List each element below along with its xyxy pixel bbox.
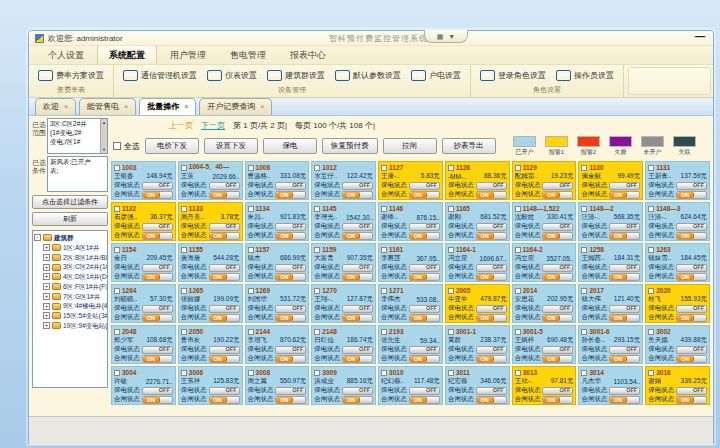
- meter-card[interactable]: 1133 周丹美.. 3.78元 保电状态 OFF 合闸状态 ON: [178, 202, 243, 241]
- hezha-toggle[interactable]: ON: [409, 314, 440, 322]
- menu-tab[interactable]: 报表中心: [279, 46, 337, 64]
- expand-icon[interactable]: +: [43, 293, 50, 300]
- card-checkbox[interactable]: [248, 370, 254, 376]
- card-checkbox[interactable]: [381, 206, 387, 212]
- card-checkbox[interactable]: [314, 288, 320, 294]
- baodian-toggle[interactable]: OFF: [476, 305, 507, 313]
- ribbon-button[interactable]: 登录角色设置: [475, 68, 551, 83]
- card-checkbox[interactable]: [448, 370, 454, 376]
- hezha-toggle[interactable]: ON: [542, 232, 573, 240]
- meter-card[interactable]: 3008 周之翼 550.97元 保电状态 OFF 合闸状态 ON: [245, 366, 310, 405]
- meter-card[interactable]: 3004 许敏 2276.71.. 保电状态 OFF 合闸状态 ON: [111, 366, 176, 405]
- selected-range-listbox[interactable]: ▲▼ 3区:C区2#井(1#变电;2#变电;/区1#: [47, 118, 108, 154]
- card-checkbox[interactable]: [648, 370, 654, 376]
- meter-card[interactable]: 2020 桂飞 155.93元 保电状态 OFF 合闸状态 ON: [645, 284, 710, 323]
- baodian-toggle[interactable]: OFF: [142, 346, 173, 354]
- menu-tab[interactable]: 个人设置: [37, 46, 95, 64]
- card-checkbox[interactable]: [248, 247, 254, 253]
- card-checkbox[interactable]: [181, 288, 187, 294]
- hezha-toggle[interactable]: ON: [676, 273, 707, 281]
- meter-card[interactable]: 1003 王银春 148.94元 保电状态 OFF 合闸状态 ON: [111, 161, 176, 200]
- baodian-toggle[interactable]: OFF: [476, 346, 507, 354]
- card-checkbox[interactable]: [581, 206, 587, 212]
- collapse-icon[interactable]: -: [34, 234, 41, 241]
- card-checkbox[interactable]: [114, 370, 120, 376]
- meter-card[interactable]: 1148—1,522 沈毅姓 330.41元 保电状态 OFF 合闸状态 ON: [512, 202, 577, 241]
- card-checkbox[interactable]: [181, 206, 187, 212]
- hezha-toggle[interactable]: ON: [609, 273, 640, 281]
- card-checkbox[interactable]: [114, 247, 120, 253]
- meter-card[interactable]: 1130 佩金献 99.49元 保电状态 OFF 合闸状态 ON: [578, 161, 643, 200]
- hezha-toggle[interactable]: ON: [609, 314, 640, 322]
- hezha-toggle[interactable]: ON: [609, 355, 640, 363]
- card-checkbox[interactable]: [314, 329, 320, 335]
- card-checkbox[interactable]: [181, 165, 187, 171]
- hezha-toggle[interactable]: ON: [142, 355, 173, 363]
- hezha-toggle[interactable]: ON: [409, 396, 440, 404]
- hezha-toggle[interactable]: ON: [609, 232, 640, 240]
- baodian-toggle[interactable]: OFF: [542, 223, 573, 231]
- ribbon-button[interactable]: 建筑群设置: [262, 68, 330, 83]
- hezha-toggle[interactable]: ON: [476, 314, 507, 322]
- meter-card[interactable]: 3011 纪宏薇 346.06元 保电状态 OFF 合闸状态 ON: [445, 366, 510, 405]
- meter-card[interactable]: 1127 王康-.. 5.83元 保电状态 OFF 合闸状态 ON: [378, 161, 443, 200]
- meter-card[interactable]: 1269 刘国华 531.72元 保电状态 OFF 合闸状态 ON: [245, 284, 310, 323]
- baodian-toggle[interactable]: OFF: [142, 387, 173, 395]
- hezha-toggle[interactable]: ON: [142, 273, 173, 281]
- hezha-toggle[interactable]: ON: [476, 355, 507, 363]
- card-checkbox[interactable]: [448, 247, 454, 253]
- close-icon[interactable]: ×: [260, 103, 264, 110]
- meter-card[interactable]: 3010 纪幻薇.. 117.48元 保电状态 OFF 合闸状态 ON: [378, 366, 443, 405]
- baodian-toggle[interactable]: OFF: [676, 346, 707, 354]
- ribbon-button[interactable]: 操作员设置: [551, 68, 619, 83]
- meter-card[interactable]: 1145 李理光.. 1542.30.. 保电状态 OFF 合闸状态 ON: [311, 202, 376, 241]
- baodian-toggle[interactable]: OFF: [275, 305, 306, 313]
- meter-card[interactable]: 1159 大富贵 907.35元 保电状态 OFF 合闸状态 ON: [311, 243, 376, 282]
- baodian-toggle[interactable]: OFF: [609, 223, 640, 231]
- baodian-toggle[interactable]: OFF: [409, 346, 440, 354]
- meter-card[interactable]: 1131 王新青.. 137.59元 保电状态 OFF 合闸状态 ON: [645, 161, 710, 200]
- meter-card[interactable]: 3016 谢娟 339.25元 保电状态 OFF 合闸状态 ON: [645, 366, 710, 405]
- expand-icon[interactable]: +: [43, 254, 50, 261]
- hezha-toggle[interactable]: ON: [342, 355, 373, 363]
- menu-tab[interactable]: 系统配置: [97, 45, 157, 64]
- card-checkbox[interactable]: [181, 370, 187, 376]
- hezha-toggle[interactable]: ON: [476, 191, 507, 199]
- hezha-toggle[interactable]: ON: [542, 191, 573, 199]
- tree-node[interactable]: + 19区:9#变电站(2: [34, 321, 106, 331]
- card-checkbox[interactable]: [515, 247, 521, 253]
- meter-card[interactable]: 1008 曹温格.. 331.08元 保电状态 OFF 合闸状态 ON: [245, 161, 310, 200]
- baodian-toggle[interactable]: OFF: [209, 264, 240, 272]
- baodian-toggle[interactable]: OFF: [609, 305, 640, 313]
- baodian-toggle[interactable]: OFF: [542, 387, 573, 395]
- hezha-toggle[interactable]: ON: [209, 232, 240, 240]
- toolbar-button[interactable]: 拉闸: [383, 138, 437, 154]
- baodian-toggle[interactable]: OFF: [142, 223, 173, 231]
- hezha-toggle[interactable]: ON: [342, 273, 373, 281]
- baodian-toggle[interactable]: OFF: [476, 223, 507, 231]
- meter-card[interactable]: 2048 郑少军 108.68元 保电状态 OFF 合闸状态 ON: [111, 325, 176, 364]
- hezha-toggle[interactable]: ON: [409, 273, 440, 281]
- card-checkbox[interactable]: [248, 206, 254, 212]
- next-page-link[interactable]: 下一页: [201, 120, 225, 131]
- baodian-toggle[interactable]: OFF: [342, 182, 373, 190]
- card-checkbox[interactable]: [114, 288, 120, 294]
- meter-card[interactable]: 2144 李增飞 870.62元 保电状态 OFF 合闸状态 ON: [245, 325, 310, 364]
- tree-root[interactable]: - 建筑群: [34, 233, 106, 243]
- tree-node[interactable]: + 9区:4#楼电井(4#: [34, 301, 106, 311]
- meter-card[interactable]: 3009 洪成业 885.16元 保电状态 OFF 合闸状态 ON: [311, 366, 376, 405]
- card-checkbox[interactable]: [581, 329, 587, 335]
- meter-card[interactable]: 1146 谢锋.. 876.15.. 保电状态 OFF 合闸状态 ON: [378, 202, 443, 241]
- chevron-down-icon[interactable]: ▼: [448, 33, 455, 40]
- hezha-toggle[interactable]: ON: [142, 396, 173, 404]
- baodian-toggle[interactable]: OFF: [275, 264, 306, 272]
- hezha-toggle[interactable]: ON: [609, 396, 640, 404]
- baodian-toggle[interactable]: OFF: [275, 346, 306, 354]
- expand-icon[interactable]: +: [43, 264, 50, 271]
- baodian-toggle[interactable]: OFF: [142, 305, 173, 313]
- baodian-toggle[interactable]: OFF: [476, 264, 507, 272]
- card-checkbox[interactable]: [248, 165, 254, 171]
- hezha-toggle[interactable]: ON: [476, 273, 507, 281]
- card-checkbox[interactable]: [448, 206, 454, 212]
- hezha-toggle[interactable]: ON: [275, 396, 306, 404]
